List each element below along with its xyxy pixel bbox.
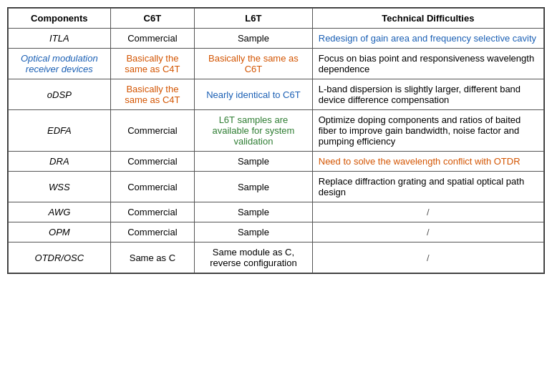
cell-tech-difficulties: /: [312, 242, 543, 273]
header-components: Components: [9, 9, 111, 29]
cell-c6t: Commercial: [110, 29, 194, 49]
cell-c6t: Commercial: [110, 152, 194, 172]
cell-component: oDSP: [9, 79, 111, 110]
cell-component: OTDR/OSC: [9, 242, 111, 273]
cell-component: WSS: [9, 172, 111, 202]
cell-component: DRA: [9, 152, 111, 172]
cell-l6t: L6T samples are available for system val…: [195, 110, 313, 152]
header-l6t: L6T: [195, 9, 313, 29]
table-body: ITLACommercialSampleRedesign of gain are…: [9, 29, 544, 273]
header-row: Components C6T L6T Technical Difficultie…: [9, 9, 544, 29]
cell-l6t: Same module as C, reverse configuration: [195, 242, 313, 273]
table-row: EDFACommercialL6T samples are available …: [9, 110, 544, 152]
cell-c6t: Basically the same as C4T: [110, 49, 194, 79]
cell-l6t: Nearly identical to C6T: [195, 79, 313, 110]
cell-tech-difficulties: Optimize doping components and ratios of…: [312, 110, 543, 152]
header-c6t: C6T: [110, 9, 194, 29]
cell-component: AWG: [9, 202, 111, 222]
cell-component: EDFA: [9, 110, 111, 152]
cell-l6t: Sample: [195, 29, 313, 49]
table-row: Optical modulation receiver devicesBasic…: [9, 49, 544, 79]
table-row: AWGCommercialSample/: [9, 202, 544, 222]
table-row: ITLACommercialSampleRedesign of gain are…: [9, 29, 544, 49]
header-tech-difficulties: Technical Difficulties: [312, 9, 543, 29]
cell-l6t: Sample: [195, 202, 313, 222]
table-row: DRACommercialSampleNeed to solve the wav…: [9, 152, 544, 172]
cell-component: ITLA: [9, 29, 111, 49]
cell-c6t: Commercial: [110, 172, 194, 202]
main-table-container: Components C6T L6T Technical Difficultie…: [7, 7, 545, 274]
cell-tech-difficulties: L-band dispersion is slightly larger, di…: [312, 79, 543, 110]
cell-tech-difficulties: Focus on bias point and responsiveness w…: [312, 49, 543, 79]
table-row: OTDR/OSCSame as CSame module as C, rever…: [9, 242, 544, 273]
cell-c6t: Basically the same as C4T: [110, 79, 194, 110]
cell-c6t: Commercial: [110, 222, 194, 242]
cell-l6t: Sample: [195, 172, 313, 202]
table-row: oDSPBasically the same as C4TNearly iden…: [9, 79, 544, 110]
cell-tech-difficulties: Redesign of gain area and frequency sele…: [312, 29, 543, 49]
cell-tech-difficulties: /: [312, 222, 543, 242]
cell-l6t: Basically the same as C6T: [195, 49, 313, 79]
cell-component: OPM: [9, 222, 111, 242]
table-row: OPMCommercialSample/: [9, 222, 544, 242]
cell-tech-difficulties: Replace diffraction grating and spatial …: [312, 172, 543, 202]
cell-c6t: Commercial: [110, 110, 194, 152]
components-table: Components C6T L6T Technical Difficultie…: [8, 8, 544, 273]
table-row: WSSCommercialSampleReplace diffraction g…: [9, 172, 544, 202]
cell-l6t: Sample: [195, 152, 313, 172]
cell-c6t: Commercial: [110, 202, 194, 222]
cell-component: Optical modulation receiver devices: [9, 49, 111, 79]
cell-tech-difficulties: /: [312, 202, 543, 222]
cell-c6t: Same as C: [110, 242, 194, 273]
cell-l6t: Sample: [195, 222, 313, 242]
cell-tech-difficulties: Need to solve the wavelength conflict wi…: [312, 152, 543, 172]
